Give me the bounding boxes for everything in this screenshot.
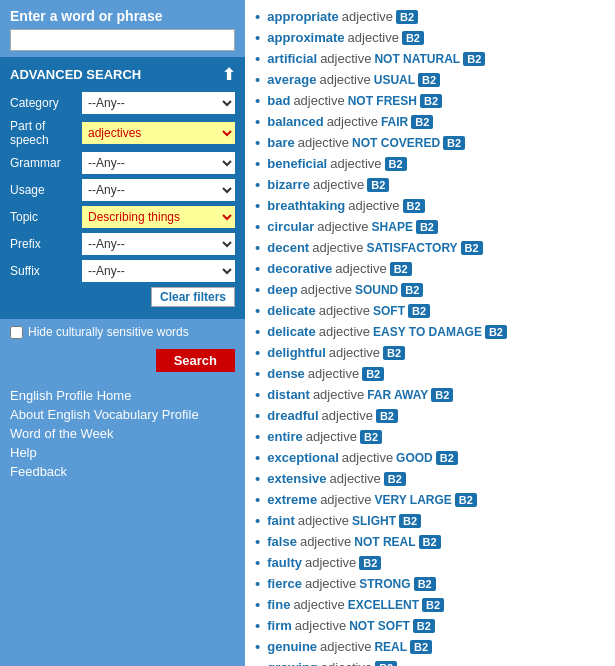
word-link[interactable]: decorative (267, 261, 332, 276)
word-link[interactable]: firm (267, 618, 292, 633)
hide-sensitive-checkbox[interactable] (10, 326, 23, 339)
sense-label: VERY LARGE (374, 493, 451, 507)
list-item: bizarreadjectiveB2 (255, 174, 605, 195)
word-link[interactable]: bare (267, 135, 294, 150)
word-link[interactable]: extreme (267, 492, 317, 507)
chevron-up-icon[interactable]: ⬆ (222, 65, 235, 84)
pos-label: adjective (305, 555, 356, 570)
list-item: delicateadjectiveEASY TO DAMAGEB2 (255, 321, 605, 342)
level-badge: B2 (359, 556, 381, 570)
word-link[interactable]: artificial (267, 51, 317, 66)
advanced-search-panel: ADVANCED SEARCH ⬆ Category --Any-- Part … (0, 57, 245, 319)
pos-select[interactable]: adjectives (82, 122, 235, 144)
word-link[interactable]: breathtaking (267, 198, 345, 213)
sidebar-link[interactable]: About English Vocabulary Profile (10, 407, 235, 422)
pos-label: adjective (319, 72, 370, 87)
level-badge: B2 (376, 409, 398, 423)
search-btn-row: Search (0, 345, 245, 380)
level-badge: B2 (375, 661, 397, 667)
word-link[interactable]: faint (267, 513, 294, 528)
list-item: fierceadjectiveSTRONGB2 (255, 573, 605, 594)
sidebar-link[interactable]: Word of the Week (10, 426, 235, 441)
word-link[interactable]: entire (267, 429, 302, 444)
sense-label: SHAPE (372, 220, 413, 234)
level-badge: B2 (436, 451, 458, 465)
topic-row: Topic Describing things (10, 206, 235, 228)
word-link[interactable]: bizarre (267, 177, 310, 192)
usage-select[interactable]: --Any-- (82, 179, 235, 201)
sense-label: SOUND (355, 283, 398, 297)
word-link[interactable]: dense (267, 366, 305, 381)
word-link[interactable]: false (267, 534, 297, 549)
word-link[interactable]: appropriate (267, 9, 339, 24)
clear-filters-button[interactable]: Clear filters (151, 287, 235, 307)
list-item: denseadjectiveB2 (255, 363, 605, 384)
word-link[interactable]: approximate (267, 30, 344, 45)
suffix-select[interactable]: --Any-- (82, 260, 235, 282)
level-badge: B2 (418, 73, 440, 87)
word-link[interactable]: circular (267, 219, 314, 234)
level-badge: B2 (419, 535, 441, 549)
grammar-select[interactable]: --Any-- (82, 152, 235, 174)
category-select[interactable]: --Any-- (82, 92, 235, 114)
list-item: fineadjectiveEXCELLENTB2 (255, 594, 605, 615)
list-item: balancedadjectiveFAIRB2 (255, 111, 605, 132)
word-link[interactable]: delicate (267, 324, 315, 339)
word-link[interactable]: exceptional (267, 450, 339, 465)
pos-label: adjective (293, 93, 344, 108)
pos-label: adjective (308, 366, 359, 381)
pos-label: adjective (322, 408, 373, 423)
pos-label: adjective (335, 261, 386, 276)
word-link[interactable]: decent (267, 240, 309, 255)
word-link[interactable]: beneficial (267, 156, 327, 171)
word-link[interactable]: balanced (267, 114, 323, 129)
list-item: exceptionaladjectiveGOODB2 (255, 447, 605, 468)
word-link[interactable]: genuine (267, 639, 317, 654)
sidebar-link[interactable]: Help (10, 445, 235, 460)
sense-label: NOT REAL (354, 535, 415, 549)
topic-select[interactable]: Describing things (82, 206, 235, 228)
list-item: delightfuladjectiveB2 (255, 342, 605, 363)
sidebar-link[interactable]: Feedback (10, 464, 235, 479)
pos-label: adjective (313, 387, 364, 402)
sidebar-link[interactable]: English Profile Home (10, 388, 235, 403)
word-link[interactable]: delicate (267, 303, 315, 318)
sense-label: NOT SOFT (349, 619, 410, 633)
sense-label: EXCELLENT (348, 598, 419, 612)
word-link[interactable]: extensive (267, 471, 326, 486)
level-badge: B2 (399, 514, 421, 528)
pos-label: adjective (319, 303, 370, 318)
level-badge: B2 (463, 52, 485, 66)
results-list: appropriateadjectiveB2approximateadjecti… (255, 6, 605, 666)
level-badge: B2 (414, 577, 436, 591)
word-link[interactable]: dreadful (267, 408, 318, 423)
pos-label: adjective (300, 534, 351, 549)
word-link[interactable]: bad (267, 93, 290, 108)
category-label: Category (10, 96, 82, 110)
word-link[interactable]: average (267, 72, 316, 87)
suffix-row: Suffix --Any-- (10, 260, 235, 282)
word-link[interactable]: delightful (267, 345, 326, 360)
level-badge: B2 (410, 640, 432, 654)
word-link[interactable]: growing (267, 660, 318, 666)
word-link[interactable]: distant (267, 387, 310, 402)
list-item: beneficialadjectiveB2 (255, 153, 605, 174)
list-item: faultyadjectiveB2 (255, 552, 605, 573)
list-item: delicateadjectiveSOFTB2 (255, 300, 605, 321)
word-link[interactable]: deep (267, 282, 297, 297)
pos-label: adjective (312, 240, 363, 255)
word-link[interactable]: faulty (267, 555, 302, 570)
list-item: circularadjectiveSHAPEB2 (255, 216, 605, 237)
pos-label: adjective (306, 429, 357, 444)
category-row: Category --Any-- (10, 92, 235, 114)
word-link[interactable]: fierce (267, 576, 302, 591)
prefix-select[interactable]: --Any-- (82, 233, 235, 255)
sense-label: GOOD (396, 451, 433, 465)
pos-label: adjective (317, 219, 368, 234)
search-input[interactable] (10, 29, 235, 51)
sense-label: NOT FRESH (348, 94, 417, 108)
list-item: bareadjectiveNOT COVEREDB2 (255, 132, 605, 153)
search-button[interactable]: Search (156, 349, 235, 372)
sidebar-links: English Profile HomeAbout English Vocabu… (0, 380, 245, 666)
word-link[interactable]: fine (267, 597, 290, 612)
